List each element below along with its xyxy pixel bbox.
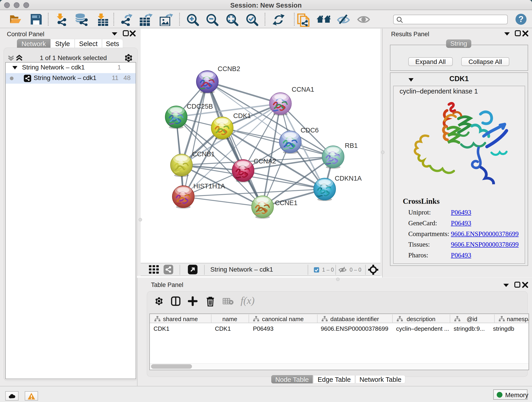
svg-text:CCNB1: CCNB1 [192, 150, 215, 158]
svg-text:CDK1: CDK1 [233, 112, 251, 119]
svg-text:CDC6: CDC6 [301, 127, 319, 134]
svg-text:CCNE1: CCNE1 [275, 199, 298, 206]
svg-text:HIST1H1A: HIST1H1A [193, 182, 225, 190]
svg-text:CDKN1A: CDKN1A [335, 175, 362, 182]
svg-text:RB1: RB1 [345, 142, 358, 149]
svg-text:CCNB2: CCNB2 [218, 65, 240, 72]
svg-text:CCNA2: CCNA2 [254, 157, 276, 165]
svg-text:CCNA1: CCNA1 [292, 86, 314, 93]
svg-text:CDC25B: CDC25B [187, 103, 213, 110]
